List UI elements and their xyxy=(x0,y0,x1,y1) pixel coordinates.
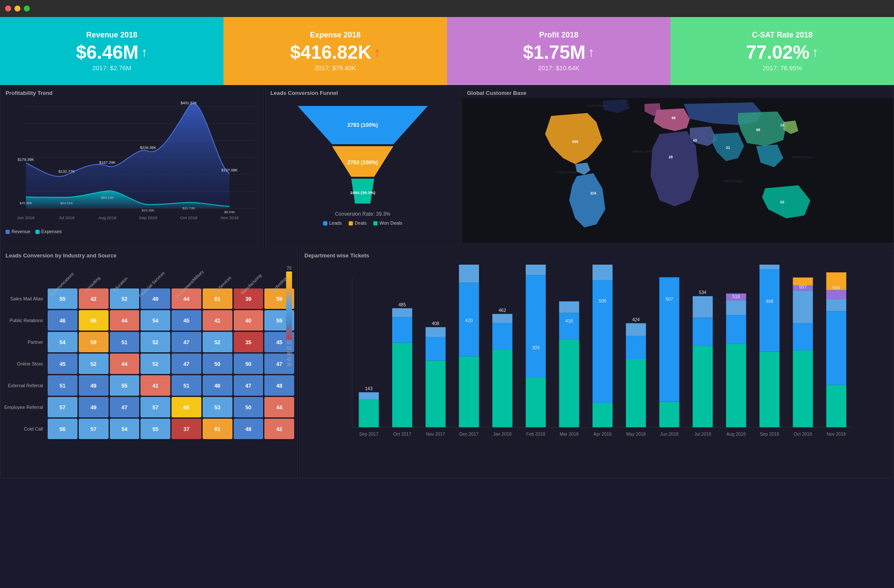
bar-segment xyxy=(726,315,746,344)
svg-text:Aug 2018: Aug 2018 xyxy=(98,215,117,220)
bar-segment xyxy=(593,403,613,428)
bar-x-label: May 2018 xyxy=(626,431,646,437)
bar-segment xyxy=(559,340,579,428)
heatmap-cell: 57 xyxy=(140,397,170,417)
bar-total-label: 424 xyxy=(632,317,640,322)
svg-text:Oct 2018: Oct 2018 xyxy=(180,215,198,220)
heatmap-cell: 55 xyxy=(110,375,140,396)
profitability-legend: Revenue Expenses xyxy=(0,227,264,236)
australia xyxy=(762,185,810,218)
heatmap-row: Sales Mail Alias5542524944613959 xyxy=(4,288,294,309)
svg-text:224: 224 xyxy=(590,191,596,195)
funnel-container: 2783 (100%) 2783 (100%) 1094 (39.3%) Con… xyxy=(265,98,460,230)
bar-segment xyxy=(493,323,513,350)
heatmap-row: Public Relations4666445445414055 xyxy=(4,310,294,331)
svg-text:Atlantic Ocean: Atlantic Ocean xyxy=(633,149,654,153)
heatmap-cell: 51 xyxy=(172,375,201,396)
svg-text:599: 599 xyxy=(572,140,578,144)
revenue-arrow-icon: ↑ xyxy=(141,46,147,59)
bar-x-label: Dec 2017 xyxy=(459,431,479,437)
africa xyxy=(650,131,699,206)
heatmap-row-label: Employee Referral xyxy=(4,397,46,417)
bar-segment xyxy=(359,400,379,427)
heatmap-cell: 52 xyxy=(79,354,109,374)
bar-total-label: 554 xyxy=(833,285,840,290)
svg-text:$167.29K: $167.29K xyxy=(99,160,115,165)
bar-x-label: Jan 2018 xyxy=(493,431,511,437)
expense-arrow-icon: ↑ xyxy=(374,46,380,59)
svg-text:Pacific Ocean: Pacific Ocean xyxy=(792,155,813,159)
bar-x-label: Jun 2018 xyxy=(660,431,679,437)
close-button[interactable] xyxy=(5,6,11,11)
heatmap-row: Employee Referral5749475766535044 xyxy=(4,397,294,417)
heatmap-row-label: Cold Call xyxy=(4,419,46,439)
bar-segment xyxy=(593,265,613,280)
revenue-area xyxy=(26,103,229,208)
bar-total-label: 518 xyxy=(732,294,740,299)
kpi-row: Revenue 2018 $6.46M ↑ 2017: $2.76M Expen… xyxy=(0,17,894,85)
heatmap-cell: 46 xyxy=(48,310,77,331)
bar-segment xyxy=(626,336,646,359)
bar-x-label: Apr 2018 xyxy=(593,431,612,437)
bar-segment xyxy=(426,360,446,427)
bar-x-label: Sep 2018 xyxy=(760,431,779,437)
svg-text:$137.08K: $137.08K xyxy=(221,168,238,172)
heatmap-title: Leads Conversion by Industry and Source xyxy=(0,249,298,260)
heatmap-cell: 52 xyxy=(140,332,170,352)
heatmap-cell: 49 xyxy=(79,375,109,396)
charts-row1: Profitability Trend xyxy=(0,86,894,248)
heatmap-panel: Leads Conversion by Industry and Source … xyxy=(0,248,298,478)
heatmap-cell: 56 xyxy=(48,419,77,439)
svg-text:$132.77K: $132.77K xyxy=(58,169,74,174)
profitability-panel: Profitability Trend xyxy=(0,86,264,248)
heatmap-cell: 50 xyxy=(234,354,264,374)
heatmap-cell: 40 xyxy=(234,310,264,331)
heatmap-cell: 35 xyxy=(234,332,264,352)
bar-segment xyxy=(659,277,679,402)
heatmap-col-header: Education xyxy=(109,262,135,288)
bar-segment xyxy=(759,352,779,428)
heatmap-cell: 42 xyxy=(79,288,109,309)
funnel-legend: Leads Deals Won Deals xyxy=(323,220,402,225)
bar-segment xyxy=(826,299,846,311)
china xyxy=(738,111,786,146)
heatmap-cell: 46 xyxy=(203,375,232,396)
svg-text:Jul 2018: Jul 2018 xyxy=(59,215,75,220)
kpi-csat-title: C-SAT Rate 2018 xyxy=(752,31,813,40)
svg-text:Indian Ocean: Indian Ocean xyxy=(723,179,742,183)
svg-text:29: 29 xyxy=(780,123,784,127)
heatmap-cell: 52 xyxy=(203,332,232,352)
bar-segment xyxy=(526,275,546,377)
bar-total-label: 534 xyxy=(699,290,707,295)
bar-segment xyxy=(392,308,412,317)
heatmap-row-label: External Referral xyxy=(4,375,46,396)
map-container: 599 224 28 66 43 21 66 53 29 Atlantic Oc… xyxy=(462,98,894,243)
bar-segment xyxy=(459,265,479,283)
bar-segment xyxy=(392,317,412,343)
maximize-button[interactable] xyxy=(24,6,30,11)
bar-x-label: Mar 2018 xyxy=(560,431,579,437)
bar-segment xyxy=(693,296,713,317)
heatmap-cell: 44 xyxy=(172,288,201,309)
heatmap-cell: 47 xyxy=(110,397,140,417)
svg-text:28: 28 xyxy=(669,155,673,159)
bar-total-label: 309 xyxy=(532,345,540,350)
bar-segment xyxy=(793,350,813,427)
svg-text:$44.01K: $44.01K xyxy=(60,201,73,205)
svg-text:$45.56K: $45.56K xyxy=(20,201,32,205)
bar-x-label: Aug 2018 xyxy=(727,431,746,437)
titlebar xyxy=(0,0,894,17)
bar-segment xyxy=(493,314,513,323)
heatmap-col-header: IT Services xyxy=(212,262,238,288)
bar-segment xyxy=(359,392,379,400)
map-title: Global Customer Base xyxy=(462,86,894,98)
kpi-revenue: Revenue 2018 $6.46M ↑ 2017: $2.76M xyxy=(0,17,224,85)
heatmap-row-label: Public Relations xyxy=(4,310,46,331)
minimize-button[interactable] xyxy=(14,6,20,11)
heatmap-col-header: Financial Services xyxy=(136,262,171,288)
bar-segment xyxy=(659,402,679,428)
bar-segment xyxy=(426,337,446,360)
svg-text:Pacific Ocean: Pacific Ocean xyxy=(557,170,578,174)
profitability-title: Profitability Trend xyxy=(0,86,264,98)
kpi-expense-value: $416.82K ↑ xyxy=(290,43,381,62)
